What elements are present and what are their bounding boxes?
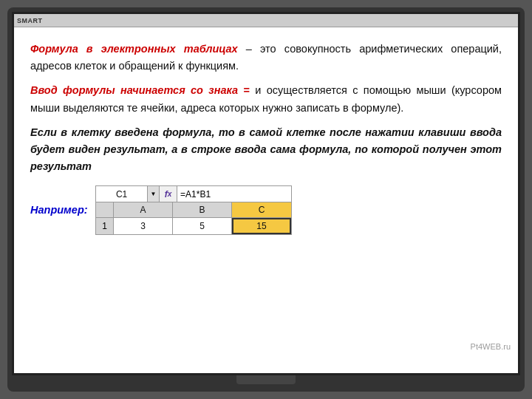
cell-b1[interactable]: 5 (173, 218, 232, 234)
paragraph1: Формула в электронных таблицах – это сов… (30, 41, 502, 75)
formula-display: =A1*B1 (177, 186, 291, 202)
header-blank (96, 202, 114, 217)
monitor: SMART Формула в электронных таблицах – э… (7, 7, 525, 392)
content-area: Формула в электронных таблицах – это сов… (14, 27, 518, 373)
row-number: 1 (96, 218, 114, 234)
table-row: 1 3 5 15 (96, 218, 291, 234)
logo: SMART (17, 17, 43, 24)
paragraph1-highlight: Формула в электронных таблицах (30, 43, 238, 55)
spreadsheet: C1 ▼ fx =A1*B1 A B C 1 (95, 185, 292, 235)
cell-reference[interactable]: C1 (96, 186, 148, 202)
example-label: Например: (30, 204, 88, 216)
example-section: Например: C1 ▼ fx =A1*B1 A B C (30, 185, 502, 235)
screen: SMART Формула в электронных таблицах – э… (12, 12, 520, 375)
cell-a1[interactable]: 3 (114, 218, 173, 234)
header-b: B (173, 202, 232, 217)
table-header-row: A B C (96, 202, 291, 218)
paragraph2: Ввод формулы начинается со знака = и осу… (30, 82, 502, 116)
equals-sign: = (238, 84, 255, 96)
paragraph3: Если в клетку введена формула, то в само… (30, 124, 502, 176)
top-bar: SMART (14, 14, 518, 27)
header-c: C (232, 202, 291, 217)
paragraph3-text: Если в клетку введена формула, то в само… (30, 126, 502, 172)
paragraph2-highlight: Ввод формулы начинается со знака (30, 84, 238, 96)
cell-c1[interactable]: 15 (232, 218, 291, 234)
formula-bar: C1 ▼ fx =A1*B1 (95, 185, 292, 202)
watermark: Pt4WEB.ru (471, 342, 511, 351)
spreadsheet-table: A B C 1 3 5 15 (95, 202, 292, 235)
dropdown-arrow-icon[interactable]: ▼ (148, 186, 160, 202)
monitor-stand (236, 375, 296, 384)
fx-icon: fx (160, 186, 177, 202)
header-a: A (114, 202, 173, 217)
